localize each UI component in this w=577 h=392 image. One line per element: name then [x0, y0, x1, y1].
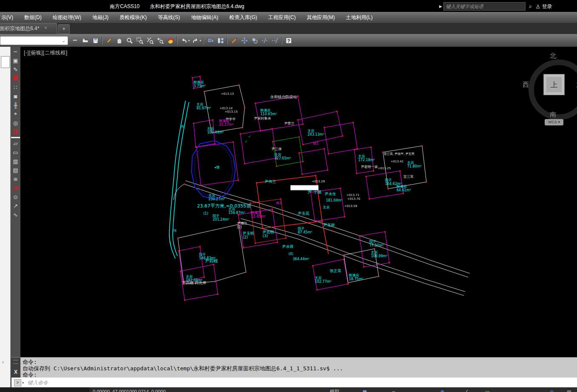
- redline-button[interactable]: [165, 35, 175, 45]
- search-input[interactable]: 键入关键字或短语: [443, 2, 526, 11]
- svg-text:永和镇合防疫站: 永和镇合防疫站: [270, 95, 297, 99]
- camera-rotate-icon[interactable]: ◙: [11, 92, 20, 100]
- point-grid-icon[interactable]: ∷: [11, 83, 20, 91]
- statusbar-item[interactable]: ┉: [392, 387, 395, 392]
- svg-text:院子87.45m²: 院子87.45m²: [298, 227, 312, 234]
- match-properties-button[interactable]: [229, 35, 239, 45]
- pan-button[interactable]: [114, 35, 124, 45]
- view-cube[interactable]: 北 西 南 东 上: [523, 52, 577, 124]
- drawing-canvas[interactable]: [-][俯视][二维线框] 主房105.44m²主房81.67m²附属房3.75…: [20, 47, 577, 357]
- section-icon[interactable]: ╫: [11, 101, 20, 109]
- menu-item-3[interactable]: 地籍(J): [87, 12, 114, 23]
- chevron-down-icon[interactable]: ▾: [22, 381, 24, 385]
- zoom-window-button[interactable]: [134, 35, 145, 45]
- command-panel: ┉┉┉┉ X ⚙ 命令: 自动保存到 C:\Users\Administrato…: [11, 357, 577, 378]
- chevron-down-icon[interactable]: ▾: [200, 39, 201, 43]
- layout-grid-button[interactable]: [215, 35, 226, 45]
- menu-item-1[interactable]: 数据(D): [19, 12, 47, 23]
- document-tab[interactable]: 屋面积宗地图总6.4*: [0, 23, 57, 34]
- zoom-button[interactable]: [124, 35, 134, 45]
- code-search-icon[interactable]: ▣: [11, 56, 20, 65]
- app-title: 南方CASS10: [110, 3, 140, 10]
- toolbar-grip[interactable]: ┉: [70, 35, 80, 45]
- menu-item-4[interactable]: 质检模块(K): [114, 12, 152, 23]
- statusbar-item[interactable]: 0.00000, 47.0001000 0714, 0.0000: [93, 387, 166, 392]
- zoom-scale-button[interactable]: [145, 35, 155, 45]
- svg-text:✓: ✓: [245, 139, 248, 144]
- statusbar-item[interactable]: ∠: [465, 387, 469, 392]
- command-prompt-icon[interactable]: >: [14, 379, 21, 386]
- decimal-icon[interactable]: .9!: [11, 184, 20, 192]
- menu-item-10[interactable]: 土地利用(L): [340, 12, 378, 23]
- circle-center-icon[interactable]: ⊙: [11, 193, 20, 201]
- svg-text:主房: 主房: [323, 205, 330, 209]
- plot-pencil-button[interactable]: [104, 35, 114, 45]
- save-button[interactable]: [90, 35, 100, 45]
- statusbar-item[interactable]: ▭: [485, 387, 489, 392]
- menu-item-0[interactable]: 示(V): [0, 12, 19, 23]
- spline-icon[interactable]: ∿: [11, 210, 20, 219]
- menu-item-9[interactable]: 其他应用(M): [301, 12, 340, 23]
- viewcube-west[interactable]: 西: [523, 81, 529, 89]
- statusbar-item[interactable]: ▤: [567, 387, 571, 392]
- command-input[interactable]: 键入命令: [28, 379, 48, 386]
- title-bar: 南方CASS10 永和村委尹家村房屋面积宗地图总6.4.dwg ▶ 键入关键字或…: [0, 0, 577, 12]
- break-line-button[interactable]: [260, 35, 270, 45]
- statusbar-item[interactable]: ▦: [363, 387, 367, 392]
- new-tab-button[interactable]: +: [58, 24, 70, 34]
- redo-button[interactable]: [190, 35, 200, 45]
- squiggle-icon[interactable]: ≋: [11, 175, 20, 183]
- svg-text:砖2: 砖2: [276, 201, 282, 205]
- toolbar-separator: [281, 36, 282, 45]
- toolbar-combo[interactable]: ⌄: [0, 36, 68, 45]
- viewcube-south[interactable]: 南: [550, 111, 556, 119]
- move-button[interactable]: [239, 35, 249, 45]
- tab-close-icon[interactable]: ×: [44, 25, 47, 30]
- table-cols-icon[interactable]: ▤: [11, 166, 20, 174]
- chong-tool-icon[interactable]: 重: [11, 74, 20, 82]
- zoom-previous-button[interactable]: [155, 35, 165, 45]
- polygon-icon[interactable]: ▱: [11, 139, 20, 148]
- undo-button[interactable]: [179, 35, 189, 45]
- statusbar-item[interactable]: ◎: [550, 387, 554, 392]
- table-rows-icon[interactable]: ▥: [11, 157, 20, 165]
- viewcube-top-face[interactable]: 上: [543, 74, 565, 95]
- open-button[interactable]: [80, 35, 90, 45]
- user-icon[interactable]: ♙: [535, 3, 540, 10]
- menu-item-2[interactable]: 绘图处理(W): [47, 12, 87, 23]
- zhu-annotate-icon[interactable]: 注: [11, 128, 20, 136]
- xy-locate-icon[interactable]: ⌖: [11, 110, 20, 118]
- menu-item-8[interactable]: 工程应用(C): [263, 12, 301, 23]
- statusbar-item[interactable]: 模型: [330, 387, 339, 392]
- svg-text:尹 小泉: 尹 小泉: [307, 190, 322, 194]
- group-circles-button[interactable]: [249, 35, 260, 45]
- viewcube-north[interactable]: 北: [550, 52, 556, 60]
- chevron-down-icon[interactable]: ▾: [188, 39, 190, 43]
- verify-edit-icon[interactable]: ✎: [11, 65, 20, 74]
- svg-text:张正英: 张正英: [330, 269, 341, 273]
- menu-item-6[interactable]: 地物编辑(A): [186, 12, 224, 23]
- statusbar-item[interactable]: ⊕: [440, 387, 444, 392]
- measure-icon[interactable]: ◎: [11, 119, 20, 127]
- menu-item-5[interactable]: 等高线(S): [152, 12, 186, 23]
- svg-text:✓: ✓: [248, 134, 251, 139]
- svg-text:尹玉明(2): 尹玉明(2): [243, 231, 254, 239]
- docked-panel-edge[interactable]: ›: [0, 47, 11, 392]
- close-icon[interactable]: X: [11, 369, 20, 375]
- wcs-button[interactable]: WCS ▾: [545, 119, 563, 125]
- panel-mini-box[interactable]: [1, 56, 10, 68]
- search-binoculars-icon[interactable]: ⌕: [529, 3, 532, 10]
- screen-panel-button[interactable]: [205, 35, 215, 45]
- rectangle-icon[interactable]: ▭: [11, 148, 20, 156]
- help-button[interactable]: ?: [283, 35, 294, 45]
- search-collapse-arrow[interactable]: ▶: [439, 4, 442, 9]
- command-history-line: 自动保存到 C:\Users\Administrator\appdata\loc…: [23, 365, 343, 372]
- drag-grip-icon[interactable]: ┉┉┉┉: [11, 358, 20, 366]
- sidebar-grip[interactable]: ┉: [11, 47, 20, 56]
- break-line2-button[interactable]: [270, 35, 280, 45]
- command-input-row[interactable]: > ▾ 键入命令: [11, 378, 577, 387]
- menu-item-7[interactable]: 检查入库(G): [224, 12, 263, 23]
- panel-expand-chevron[interactable]: ›: [2, 359, 4, 364]
- login-button[interactable]: 登录: [542, 3, 552, 10]
- stretch-icon[interactable]: ↗: [11, 202, 20, 210]
